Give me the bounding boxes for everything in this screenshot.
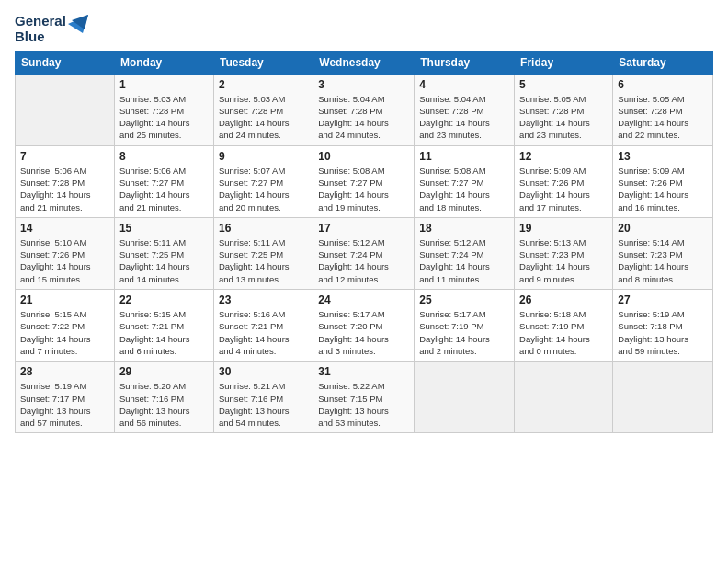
- day-cell: 2Sunrise: 5:03 AM Sunset: 7:28 PM Daylig…: [213, 74, 313, 145]
- col-header-sunday: Sunday: [16, 51, 115, 74]
- day-info: Sunrise: 5:20 AM Sunset: 7:16 PM Dayligh…: [119, 380, 209, 429]
- day-number: 7: [20, 150, 109, 163]
- logo-bird-icon: [68, 15, 88, 42]
- day-number: 24: [318, 293, 409, 306]
- day-cell: 20Sunrise: 5:14 AM Sunset: 7:23 PM Dayli…: [613, 217, 713, 289]
- day-info: Sunrise: 5:05 AM Sunset: 7:28 PM Dayligh…: [519, 93, 608, 142]
- day-cell: 19Sunrise: 5:13 AM Sunset: 7:23 PM Dayli…: [515, 217, 613, 289]
- week-row-5: 28Sunrise: 5:19 AM Sunset: 7:17 PM Dayli…: [16, 362, 713, 433]
- day-number: 1: [119, 78, 209, 91]
- day-info: Sunrise: 5:16 AM Sunset: 7:21 PM Dayligh…: [219, 308, 308, 357]
- day-number: 3: [318, 78, 409, 91]
- day-number: 20: [618, 222, 708, 235]
- header-row: SundayMondayTuesdayWednesdayThursdayFrid…: [16, 51, 713, 74]
- day-info: Sunrise: 5:05 AM Sunset: 7:28 PM Dayligh…: [618, 93, 708, 142]
- calendar-container: General Blue SundayMondayTuesdayWednesda…: [0, 0, 728, 442]
- day-cell: [613, 362, 713, 433]
- day-number: 16: [219, 222, 308, 235]
- day-cell: 9Sunrise: 5:07 AM Sunset: 7:27 PM Daylig…: [213, 145, 313, 217]
- day-number: 18: [419, 222, 509, 235]
- day-info: Sunrise: 5:10 AM Sunset: 7:26 PM Dayligh…: [20, 236, 109, 285]
- day-cell: 16Sunrise: 5:11 AM Sunset: 7:25 PM Dayli…: [213, 217, 313, 289]
- logo: General Blue: [15, 13, 88, 45]
- day-cell: 5Sunrise: 5:05 AM Sunset: 7:28 PM Daylig…: [515, 74, 613, 145]
- day-number: 17: [318, 222, 409, 235]
- day-cell: 8Sunrise: 5:06 AM Sunset: 7:27 PM Daylig…: [114, 145, 213, 217]
- day-cell: 7Sunrise: 5:06 AM Sunset: 7:28 PM Daylig…: [16, 145, 115, 217]
- day-info: Sunrise: 5:04 AM Sunset: 7:28 PM Dayligh…: [419, 93, 509, 142]
- day-cell: 4Sunrise: 5:04 AM Sunset: 7:28 PM Daylig…: [415, 74, 515, 145]
- day-info: Sunrise: 5:19 AM Sunset: 7:18 PM Dayligh…: [618, 308, 708, 357]
- day-number: 27: [618, 293, 708, 306]
- day-number: 5: [519, 78, 608, 91]
- day-cell: 12Sunrise: 5:09 AM Sunset: 7:26 PM Dayli…: [515, 145, 613, 217]
- day-info: Sunrise: 5:04 AM Sunset: 7:28 PM Dayligh…: [318, 93, 409, 142]
- day-cell: 31Sunrise: 5:22 AM Sunset: 7:15 PM Dayli…: [313, 362, 415, 433]
- day-info: Sunrise: 5:21 AM Sunset: 7:16 PM Dayligh…: [219, 380, 308, 429]
- day-cell: 24Sunrise: 5:17 AM Sunset: 7:20 PM Dayli…: [313, 290, 415, 362]
- day-info: Sunrise: 5:08 AM Sunset: 7:27 PM Dayligh…: [419, 165, 509, 213]
- day-number: 6: [618, 78, 708, 91]
- day-cell: 13Sunrise: 5:09 AM Sunset: 7:26 PM Dayli…: [613, 145, 713, 217]
- day-number: 21: [20, 293, 109, 306]
- day-info: Sunrise: 5:11 AM Sunset: 7:25 PM Dayligh…: [219, 236, 308, 285]
- day-cell: 21Sunrise: 5:15 AM Sunset: 7:22 PM Dayli…: [16, 290, 115, 362]
- day-info: Sunrise: 5:22 AM Sunset: 7:15 PM Dayligh…: [318, 380, 409, 429]
- day-cell: 22Sunrise: 5:15 AM Sunset: 7:21 PM Dayli…: [114, 290, 213, 362]
- week-row-1: 1Sunrise: 5:03 AM Sunset: 7:28 PM Daylig…: [16, 74, 713, 145]
- day-info: Sunrise: 5:07 AM Sunset: 7:27 PM Dayligh…: [219, 165, 308, 213]
- day-number: 12: [519, 150, 608, 163]
- week-row-2: 7Sunrise: 5:06 AM Sunset: 7:28 PM Daylig…: [16, 145, 713, 217]
- day-number: 26: [519, 293, 608, 306]
- day-number: 13: [618, 150, 708, 163]
- day-number: 22: [119, 293, 209, 306]
- day-number: 31: [318, 365, 409, 378]
- day-number: 29: [119, 365, 209, 378]
- calendar-table: SundayMondayTuesdayWednesdayThursdayFrid…: [15, 51, 713, 434]
- day-info: Sunrise: 5:17 AM Sunset: 7:19 PM Dayligh…: [419, 308, 509, 357]
- day-number: 28: [20, 365, 109, 378]
- day-info: Sunrise: 5:03 AM Sunset: 7:28 PM Dayligh…: [119, 93, 209, 142]
- header: General Blue: [15, 9, 713, 45]
- day-info: Sunrise: 5:06 AM Sunset: 7:27 PM Dayligh…: [119, 165, 209, 213]
- day-number: 14: [20, 222, 109, 235]
- day-cell: 30Sunrise: 5:21 AM Sunset: 7:16 PM Dayli…: [213, 362, 313, 433]
- day-number: 25: [419, 293, 509, 306]
- day-info: Sunrise: 5:03 AM Sunset: 7:28 PM Dayligh…: [219, 93, 308, 142]
- day-cell: 28Sunrise: 5:19 AM Sunset: 7:17 PM Dayli…: [16, 362, 115, 433]
- day-info: Sunrise: 5:18 AM Sunset: 7:19 PM Dayligh…: [519, 308, 608, 357]
- day-cell: 27Sunrise: 5:19 AM Sunset: 7:18 PM Dayli…: [613, 290, 713, 362]
- col-header-saturday: Saturday: [613, 51, 713, 74]
- day-info: Sunrise: 5:19 AM Sunset: 7:17 PM Dayligh…: [20, 380, 109, 429]
- day-cell: 18Sunrise: 5:12 AM Sunset: 7:24 PM Dayli…: [415, 217, 515, 289]
- day-cell: 23Sunrise: 5:16 AM Sunset: 7:21 PM Dayli…: [213, 290, 313, 362]
- week-row-4: 21Sunrise: 5:15 AM Sunset: 7:22 PM Dayli…: [16, 290, 713, 362]
- day-number: 11: [419, 150, 509, 163]
- week-row-3: 14Sunrise: 5:10 AM Sunset: 7:26 PM Dayli…: [16, 217, 713, 289]
- day-info: Sunrise: 5:12 AM Sunset: 7:24 PM Dayligh…: [419, 236, 509, 285]
- day-number: 23: [219, 293, 308, 306]
- day-info: Sunrise: 5:09 AM Sunset: 7:26 PM Dayligh…: [519, 165, 608, 213]
- day-number: 8: [119, 150, 209, 163]
- day-info: Sunrise: 5:15 AM Sunset: 7:21 PM Dayligh…: [119, 308, 209, 357]
- day-info: Sunrise: 5:06 AM Sunset: 7:28 PM Dayligh…: [20, 165, 109, 213]
- day-cell: [515, 362, 613, 433]
- day-cell: 14Sunrise: 5:10 AM Sunset: 7:26 PM Dayli…: [16, 217, 115, 289]
- day-info: Sunrise: 5:14 AM Sunset: 7:23 PM Dayligh…: [618, 236, 708, 285]
- day-number: 4: [419, 78, 509, 91]
- day-cell: 15Sunrise: 5:11 AM Sunset: 7:25 PM Dayli…: [114, 217, 213, 289]
- day-cell: 11Sunrise: 5:08 AM Sunset: 7:27 PM Dayli…: [415, 145, 515, 217]
- day-cell: 17Sunrise: 5:12 AM Sunset: 7:24 PM Dayli…: [313, 217, 415, 289]
- day-number: 19: [519, 222, 608, 235]
- day-cell: 26Sunrise: 5:18 AM Sunset: 7:19 PM Dayli…: [515, 290, 613, 362]
- day-cell: [16, 74, 115, 145]
- col-header-friday: Friday: [515, 51, 613, 74]
- col-header-tuesday: Tuesday: [213, 51, 313, 74]
- day-info: Sunrise: 5:11 AM Sunset: 7:25 PM Dayligh…: [119, 236, 209, 285]
- day-cell: 1Sunrise: 5:03 AM Sunset: 7:28 PM Daylig…: [114, 74, 213, 145]
- day-info: Sunrise: 5:09 AM Sunset: 7:26 PM Dayligh…: [618, 165, 708, 213]
- day-number: 9: [219, 150, 308, 163]
- day-info: Sunrise: 5:17 AM Sunset: 7:20 PM Dayligh…: [318, 308, 409, 357]
- day-info: Sunrise: 5:12 AM Sunset: 7:24 PM Dayligh…: [318, 236, 409, 285]
- day-number: 30: [219, 365, 308, 378]
